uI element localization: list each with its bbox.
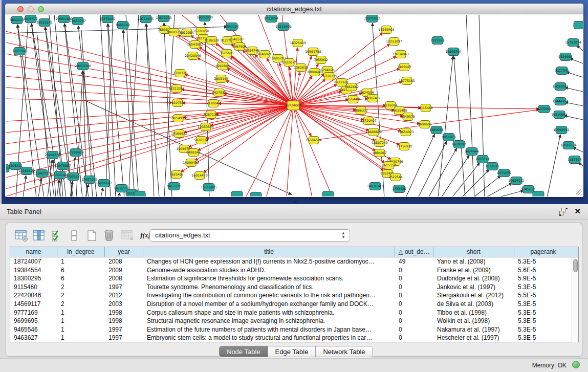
- table-cell: 0: [395, 325, 433, 334]
- vertical-scrollbar[interactable]: [572, 257, 578, 342]
- table-row[interactable]: 1872400712008Changes of HCN gene express…: [10, 257, 572, 266]
- table-cell: 0: [395, 309, 433, 317]
- node-label: 15685203: [270, 56, 286, 60]
- tab-network-table[interactable]: Network Table: [316, 346, 372, 357]
- table-row[interactable]: 1938455462009Genome-wide association stu…: [10, 266, 572, 275]
- network-view-window[interactable]: citations_edges.txt 76638229860125891295…: [5, 4, 583, 197]
- edge[interactable]: [479, 15, 485, 196]
- edge[interactable]: [565, 87, 583, 92]
- edge[interactable]: [128, 15, 139, 196]
- window-resize-grip[interactable]: [576, 189, 582, 195]
- show-columns-icon[interactable]: [32, 228, 46, 243]
- edge[interactable]: [246, 105, 293, 196]
- edge[interactable]: [454, 56, 465, 196]
- edge[interactable]: [473, 176, 500, 196]
- edge[interactable]: [6, 105, 293, 178]
- column-header-2[interactable]: year: [105, 247, 143, 257]
- edge[interactable]: [118, 192, 120, 196]
- edge[interactable]: [185, 74, 293, 105]
- node[interactable]: [322, 191, 334, 197]
- edge[interactable]: [164, 23, 172, 196]
- node[interactable]: [231, 191, 243, 197]
- table-cell: 5.3E-5: [514, 325, 572, 334]
- edge[interactable]: [293, 48, 297, 105]
- table-cell: Genome-wide association studies in ADHD.: [143, 266, 395, 275]
- float-panel-icon[interactable]: [559, 208, 568, 216]
- table-row[interactable]: 1456911722003Disruption of a novel membe…: [10, 300, 572, 309]
- scrollbar-thumb[interactable]: [573, 259, 578, 272]
- table-cell: 19384554: [10, 266, 57, 275]
- edge[interactable]: [452, 163, 480, 196]
- edge[interactable]: [441, 155, 469, 196]
- edge[interactable]: [287, 105, 293, 196]
- node-label: 9227343: [555, 69, 569, 72]
- edge[interactable]: [101, 188, 103, 196]
- node[interactable]: [533, 191, 544, 197]
- table-row[interactable]: 977716911998Corpus callosum shape and si…: [10, 309, 572, 317]
- edge[interactable]: [466, 15, 474, 196]
- node-label: 14136141: [367, 184, 383, 188]
- table-mode-icon[interactable]: [14, 228, 29, 243]
- network-canvas[interactable]: 7663822986012589129541522605899275081654…: [6, 15, 583, 196]
- table-cell: 0: [395, 274, 433, 283]
- network-window-titlebar[interactable]: citations_edges.txt: [5, 4, 583, 14]
- edge[interactable]: [38, 178, 41, 196]
- table-header-row[interactable]: namein_degreeyeartitle△ out_de…shortpage…: [10, 247, 578, 257]
- node[interactable]: [574, 21, 583, 29]
- edge[interactable]: [406, 134, 434, 196]
- table-row[interactable]: 946362711997Embryonic stem cells: a mode…: [10, 334, 572, 342]
- column-header-5[interactable]: short: [433, 247, 514, 257]
- edge[interactable]: [108, 24, 124, 196]
- column-header-6[interactable]: pagerank: [514, 247, 572, 257]
- table-cell: 18300295: [10, 274, 57, 283]
- new-column-icon[interactable]: [85, 228, 99, 243]
- tab-edge-table[interactable]: Edge Table: [268, 346, 316, 357]
- table-row[interactable]: 946554611997Estimation of the future num…: [10, 325, 572, 334]
- edge[interactable]: [23, 176, 26, 196]
- table-row[interactable]: 2242004622012Investigating the contribut…: [10, 291, 572, 300]
- node[interactable]: [250, 192, 262, 197]
- table-cell: 5.6E-5: [514, 266, 572, 275]
- table-cell: 2: [57, 291, 105, 300]
- column-header-3[interactable]: title: [143, 247, 395, 257]
- table-row[interactable]: 911546021997Tourette syndrome. Phenomeno…: [10, 283, 572, 292]
- edge[interactable]: [81, 30, 93, 196]
- table-cell: 5.3E-5: [514, 300, 572, 309]
- edge[interactable]: [564, 116, 583, 120]
- edge[interactable]: [462, 169, 489, 196]
- delete-table-icon-disabled: [120, 228, 134, 243]
- splitter-handle[interactable]: [292, 201, 297, 204]
- table-body[interactable]: 1872400712008Changes of HCN gene express…: [10, 257, 572, 342]
- edge[interactable]: [570, 58, 583, 63]
- edge[interactable]: [497, 190, 524, 196]
- table-row[interactable]: 969969511998Structural magnetic resonanc…: [10, 317, 572, 325]
- table-tabs: Node TableEdge TableNetwork Table: [219, 346, 373, 357]
- edge[interactable]: [418, 141, 447, 196]
- column-header-0[interactable]: name: [10, 247, 57, 257]
- edge[interactable]: [6, 105, 293, 189]
- node-label: 7886372: [354, 108, 368, 112]
- tab-node-table[interactable]: Node Table: [220, 346, 268, 357]
- edge[interactable]: [105, 15, 113, 196]
- unselect-all-icon[interactable]: [68, 228, 82, 243]
- node-label: 1362615: [294, 65, 308, 69]
- edge[interactable]: [293, 105, 312, 196]
- node[interactable]: [134, 191, 145, 197]
- edge[interactable]: [547, 135, 560, 196]
- column-header-1[interactable]: in_degree: [57, 247, 105, 257]
- close-panel-icon[interactable]: ✕: [574, 207, 581, 216]
- edge[interactable]: [205, 22, 209, 196]
- table-cell: Tibbo et al. (1998): [433, 309, 514, 317]
- edge[interactable]: [6, 105, 293, 155]
- edge[interactable]: [64, 24, 82, 196]
- node-label: 19734943: [393, 52, 409, 56]
- node-label: 14099489: [183, 161, 199, 164]
- delete-column-icon[interactable]: [102, 228, 117, 243]
- column-header-4[interactable]: △ out_de…: [395, 247, 433, 257]
- table-row[interactable]: 1830029562008Estimation of significance …: [10, 274, 572, 283]
- table-source-select[interactable]: citations_edges.txt ▲▼: [149, 229, 350, 242]
- citation-network-graph[interactable]: 7663822986012589129541522605899275081654…: [6, 15, 583, 196]
- select-all-icon[interactable]: [50, 228, 64, 243]
- edge[interactable]: [567, 72, 583, 77]
- edge[interactable]: [126, 15, 139, 196]
